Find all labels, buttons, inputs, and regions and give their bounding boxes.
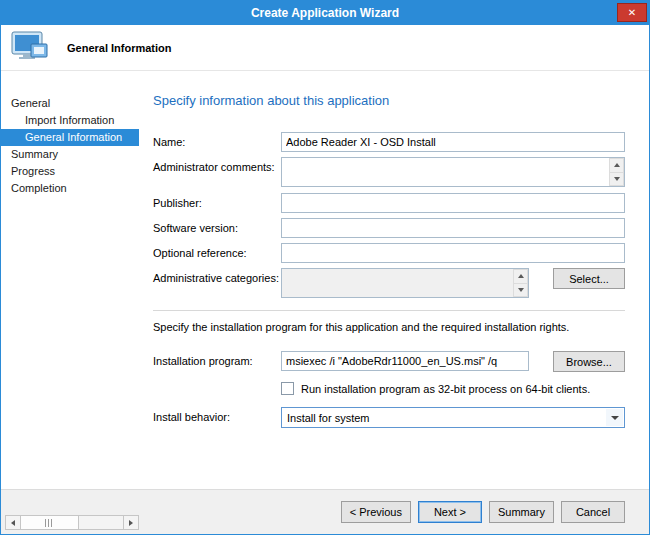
page-title: Specify information about this applicati…	[153, 93, 625, 108]
create-application-wizard-window: Create Application Wizard ✕ General Info…	[0, 0, 650, 535]
sidebar-item-general[interactable]: General	[1, 95, 139, 112]
optional-reference-label: Optional reference:	[153, 243, 281, 259]
sidebar-item-summary[interactable]: Summary	[1, 146, 139, 163]
installation-program-label: Installation program:	[153, 351, 281, 367]
section-divider	[153, 310, 625, 311]
run-32bit-checkbox[interactable]	[281, 382, 294, 395]
scroll-left-icon[interactable]	[6, 516, 21, 529]
scroll-right-icon[interactable]	[123, 516, 138, 529]
admin-comments-row: Administrator comments:	[153, 157, 625, 187]
software-version-row: Software version:	[153, 218, 625, 238]
next-button[interactable]: Next >	[418, 501, 482, 523]
publisher-row: Publisher:	[153, 193, 625, 213]
sidebar-horizontal-scrollbar[interactable]	[5, 515, 139, 530]
titlebar[interactable]: Create Application Wizard ✕	[1, 1, 649, 25]
optional-reference-input[interactable]	[281, 243, 625, 263]
admin-comments-text	[282, 158, 609, 186]
wizard-header: General Information	[1, 25, 649, 71]
cancel-button[interactable]: Cancel	[561, 501, 625, 523]
installation-program-row: Installation program: Browse...	[153, 351, 625, 372]
summary-button[interactable]: Summary	[489, 501, 554, 523]
admin-comments-scrollbar	[609, 158, 624, 186]
publisher-label: Publisher:	[153, 193, 281, 209]
run-32bit-row: Run installation program as 32-bit proce…	[281, 382, 625, 395]
wizard-steps-sidebar: General Import Information General Infor…	[1, 71, 139, 489]
run-32bit-label: Run installation program as 32-bit proce…	[301, 383, 590, 395]
installation-program-input[interactable]	[281, 351, 529, 371]
wizard-body: General Import Information General Infor…	[1, 71, 649, 489]
admin-comments-label: Administrator comments:	[153, 157, 281, 173]
name-row: Name:	[153, 132, 625, 152]
scroll-down-icon[interactable]	[609, 173, 624, 187]
software-version-input[interactable]	[281, 218, 625, 238]
scrollbar-thumb[interactable]	[21, 516, 79, 529]
optional-reference-row: Optional reference:	[153, 243, 625, 263]
install-behavior-dropdown[interactable]: Install for system	[281, 407, 625, 428]
publisher-input[interactable]	[281, 193, 625, 213]
install-behavior-label: Install behavior:	[153, 407, 281, 423]
scroll-up-icon[interactable]	[513, 269, 528, 284]
close-button[interactable]: ✕	[617, 3, 647, 22]
admin-categories-scrollbar	[513, 269, 528, 297]
select-categories-button[interactable]: Select...	[553, 268, 625, 289]
install-behavior-row: Install behavior: Install for system	[153, 407, 625, 428]
application-icon	[11, 30, 51, 66]
grip-icon	[45, 519, 54, 527]
install-section-description: Specify the installation program for thi…	[153, 321, 625, 333]
install-behavior-value: Install for system	[287, 412, 370, 424]
previous-button[interactable]: < Previous	[341, 501, 411, 523]
scroll-down-icon[interactable]	[513, 284, 528, 298]
window-title: Create Application Wizard	[251, 6, 399, 20]
software-version-label: Software version:	[153, 218, 281, 234]
header-title: General Information	[67, 42, 172, 54]
sidebar-item-progress[interactable]: Progress	[1, 163, 139, 180]
close-icon: ✕	[628, 8, 636, 18]
wizard-footer: < Previous Next > Summary Cancel	[1, 489, 649, 534]
admin-categories-label: Administrative categories:	[153, 268, 281, 284]
browse-button[interactable]: Browse...	[553, 351, 625, 372]
scroll-up-icon[interactable]	[609, 158, 624, 173]
wizard-main-panel: Specify information about this applicati…	[139, 71, 649, 489]
sidebar-item-general-information[interactable]: General Information	[1, 129, 139, 146]
name-label: Name:	[153, 132, 281, 148]
admin-categories-row: Administrative categories: Select...	[153, 268, 625, 298]
chevron-down-icon	[606, 409, 623, 426]
admin-comments-input[interactable]	[281, 157, 625, 187]
sidebar-item-completion[interactable]: Completion	[1, 180, 139, 197]
sidebar-item-import-information[interactable]: Import Information	[1, 112, 139, 129]
admin-categories-box	[281, 268, 529, 298]
admin-categories-text	[282, 269, 513, 297]
name-input[interactable]	[281, 132, 625, 152]
